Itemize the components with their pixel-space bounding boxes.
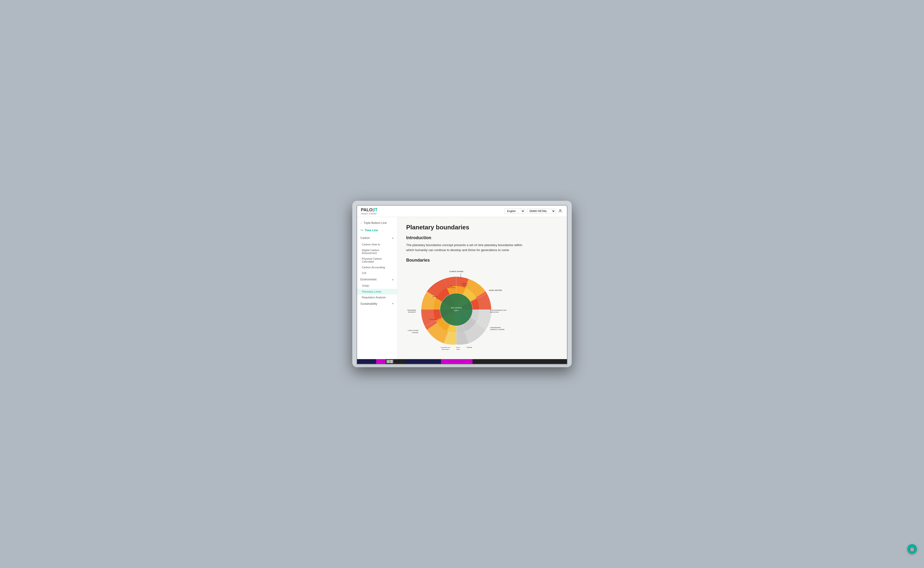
sidebar-item-regulation-analysis[interactable]: Regulation Analysis [357, 295, 397, 300]
sidebar-item-cix[interactable]: CIX [357, 270, 397, 276]
cix-label: CIX [362, 272, 366, 275]
sidebar-item-time-line[interactable]: 〜 Time Line [357, 227, 397, 234]
land-label1: LAND SYSTEM [408, 329, 418, 331]
freshwater-label2: (Blue water) [442, 349, 449, 350]
physical-carbon-label: Physical Carbon Calculator [362, 257, 394, 263]
main-content: Planetary boundaries Introduction The pl… [398, 217, 567, 360]
sidebar-item-planetary-limits[interactable]: Planetary Limits [357, 289, 397, 295]
radiative-label: Radiative [462, 283, 468, 284]
chatbot-button[interactable]: 🤖 [907, 544, 917, 554]
stratospheric-label1: STRATOSPHERIC OZONE [490, 309, 507, 311]
laptop-bottom-bezel [355, 364, 569, 367]
app-header: PALO|IT Impact Tracker English French Ge… [357, 205, 567, 217]
environment-section-label: Environment [360, 278, 377, 281]
language-select[interactable]: English French German [504, 208, 525, 213]
logo-palo: PALO [361, 207, 372, 212]
sidebar-section-sustainability[interactable]: Sustainability ▼ [357, 300, 397, 307]
carbon-section-chevron: ▲ [392, 237, 394, 239]
sustainability-section-chevron: ▼ [392, 302, 394, 305]
sidebar-item-physical-carbon-calculator[interactable]: Physical Carbon Calculator [357, 256, 397, 264]
tfnd-label: TFND [362, 284, 369, 287]
time-line-label: Time Line [365, 229, 378, 232]
biosphere-label2: INTEGRITY [408, 311, 416, 313]
sidebar-item-digital-carbon-assessment[interactable]: Digital Carbon Assessment [357, 247, 397, 256]
triple-bottom-line-label: Triple Bottom Line [363, 221, 387, 225]
chatbot-icon: 🤖 [909, 546, 915, 551]
logo-subtitle: Impact Tracker [361, 213, 378, 215]
bottom-bar-dark [357, 359, 376, 364]
logo-area: PALO|IT Impact Tracker [361, 207, 378, 215]
stratospheric-label2: DEPLETION [490, 311, 499, 313]
bottom-bar [357, 359, 567, 364]
radiative-sub-label: forcing [463, 285, 467, 286]
green-water-label2: water [456, 349, 460, 350]
aerosol-label1: ATMOSPHERIC [490, 327, 501, 328]
land-label2: CHANGE [412, 332, 418, 333]
genetic-label: Genetic [433, 296, 437, 298]
aerosol-label2: AEROSOL LOADING [490, 329, 504, 331]
header-right: English French German DEMO RETAIL DEMO T… [504, 208, 563, 214]
logo-it: IT [374, 207, 378, 212]
time-line-icon: 〜 [360, 228, 363, 233]
safe-operating-space-line2: space [454, 310, 459, 311]
freshwater-label1: Freshwater use [441, 347, 450, 348]
logo-text: PALO|IT [361, 207, 378, 213]
sidebar-item-triple-bottom-line[interactable]: ○ Triple Bottom Line [357, 219, 397, 227]
sidebar-item-tfnd[interactable]: TFND [357, 283, 397, 289]
functional-label: Functional [429, 319, 436, 320]
sidebar: ○ Triple Bottom Line 〜 Time Line Carbon … [357, 217, 398, 360]
planetary-limits-label: Planetary Limits [362, 290, 381, 293]
laptop-screen: PALO|IT Impact Tracker English French Ge… [357, 205, 567, 365]
carbon-accounting-label: Carbon Accounting [362, 266, 385, 269]
app-body: ○ Triple Bottom Line 〜 Time Line Carbon … [357, 217, 567, 360]
regulation-analysis-label: Regulation Analysis [362, 296, 386, 299]
sidebar-item-carbon-how-to[interactable]: Carbon How to [357, 242, 397, 247]
green-water-label: Green [456, 347, 460, 348]
boundaries-title: Boundaries [406, 258, 558, 263]
bottom-bar-barcode [386, 359, 405, 364]
sidebar-section-environment[interactable]: Environment ▲ [357, 276, 397, 283]
climate-change-label: CLIMATE CHANGE [449, 270, 463, 272]
carbon-how-to-label: Carbon How to [362, 243, 380, 246]
planetary-boundaries-chart: Increasing risk [406, 267, 507, 352]
introduction-title: Introduction [406, 236, 558, 240]
carbon-section-label: Carbon [360, 236, 370, 240]
digital-carbon-label: Digital Carbon Assessment [362, 249, 394, 254]
chart-svg: Increasing risk [406, 267, 507, 352]
co2-label: CO₂ [450, 286, 453, 287]
demo-select[interactable]: DEMO RETAIL DEMO TECH [527, 208, 555, 213]
sidebar-section-carbon[interactable]: Carbon ▲ [357, 234, 397, 242]
introduction-text: The planetary boundaries concept present… [406, 243, 530, 253]
environment-section-chevron: ▲ [392, 278, 394, 281]
sidebar-item-carbon-accounting[interactable]: Carbon Accounting [357, 264, 397, 270]
sustainability-section-label: Sustainability [360, 302, 377, 305]
safe-operating-space-line1: Safe operating [451, 307, 462, 309]
biosphere-label1: BIOSPHERE [407, 309, 416, 311]
page-title: Planetary boundaries [406, 224, 558, 231]
novel-entities-label: NOVEL ENTITIES [489, 290, 502, 292]
triple-bottom-line-icon: ○ [360, 221, 362, 225]
svg-point-0 [560, 209, 561, 211]
co2-sub-label: concentration [447, 287, 455, 288]
bottom-bar-purple [376, 359, 386, 364]
user-icon[interactable] [557, 208, 563, 214]
ocean-label: OCEAN [467, 346, 472, 348]
laptop-frame: PALO|IT Impact Tracker English French Ge… [352, 201, 572, 367]
